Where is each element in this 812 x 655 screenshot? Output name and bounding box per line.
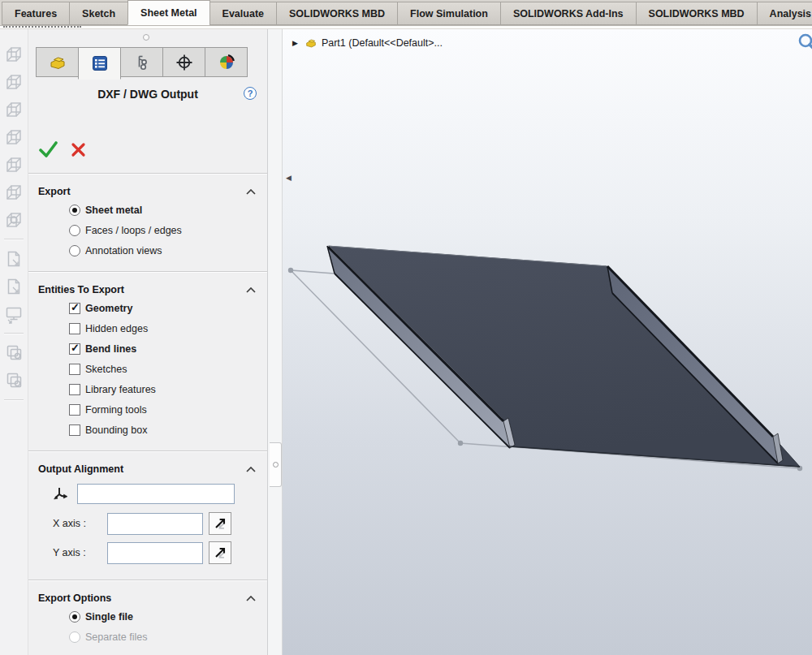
diagonal-arrows-icon [212,515,228,532]
y-axis-input[interactable] [107,542,203,564]
view-cube-icon[interactable] [2,125,26,149]
x-axis-input[interactable] [107,513,203,535]
export-options-title: Export Options [38,593,111,604]
ribbon-tab-evaluate[interactable]: Evaluate [209,2,277,25]
bounding-box-label: Bounding box [85,424,147,436]
separate-files-radio [69,631,80,643]
view-cube-icon[interactable] [2,153,26,177]
sheet-metal-radio[interactable] [69,205,80,216]
option-row: Separate files [38,627,259,647]
ribbon-tab-analysis[interactable]: Analysis P [757,2,812,25]
wireframe-vertex-dot [458,441,463,446]
entities-group-title: Entities To Export [38,284,124,295]
option-row: Annotation views [38,240,259,261]
y-axis-label: Y axis : [53,547,98,558]
collapse-chevron-icon[interactable] [246,467,256,472]
group-separator [28,173,267,175]
splitter-handle-dot [273,462,279,468]
export-monitor-icon[interactable] [2,302,26,326]
collapse-chevron-icon[interactable] [246,287,256,293]
entity-row: Sketches [38,359,259,379]
library-features-label: Library features [85,384,156,395]
ribbon-tab-flow-simulation[interactable]: Flow Simulation [397,2,501,25]
panel-title: DXF / DWG Output [97,88,198,101]
collapse-chevron-icon[interactable] [246,596,256,601]
view-cube-sphere-icon[interactable] [2,208,26,232]
expand-arrow-icon[interactable]: ▶ [292,39,298,47]
library-features-checkbox[interactable] [69,384,80,395]
tab-configurationmanager[interactable] [120,47,163,77]
reverse-x-direction-button[interactable] [209,512,231,535]
splitter-drag-handle[interactable] [270,442,282,487]
copy-settings-icon[interactable] [2,368,26,393]
hidden-edges-label: Hidden edges [85,323,148,334]
coordinate-system-input[interactable] [77,484,235,504]
bounding-box-checkbox[interactable] [69,424,80,436]
feature-tree-flyout[interactable]: ▶ Part1 (Default<<Default>... [292,37,443,50]
graphics-viewport[interactable]: ▶ Part1 (Default<<Default>... ◀ [283,29,812,655]
collapse-chevron-icon[interactable] [246,189,256,195]
wireframe-vertex-dot [288,268,293,273]
copy-settings-icon[interactable] [2,341,26,365]
geometry-checkbox[interactable] [69,303,80,314]
coordinate-system-icon [51,485,69,503]
group-separator [28,580,267,581]
base-face [327,246,800,467]
toolbar-separator [4,399,24,401]
ribbon-tab-solidworks-mbd-2[interactable]: SOLIDWORKS MBD [636,2,758,25]
faces-loops-edges-radio[interactable] [69,225,80,236]
color-ball-icon [217,53,236,72]
toolbar-separator [4,333,24,334]
x-axis-label: X axis : [53,518,98,529]
hidden-edges-checkbox[interactable] [69,323,80,334]
entity-row: Hidden edges [38,318,259,338]
reverse-y-direction-button[interactable] [209,541,231,564]
ribbon-tab-sketch[interactable]: Sketch [69,2,128,25]
view-cube-icon[interactable] [2,42,26,67]
view-cube-icon[interactable] [2,70,26,94]
tab-dimxpertmanager[interactable] [162,47,205,77]
ribbon-tab-solidworks-mbd-1[interactable]: SOLIDWORKS MBD [276,2,398,25]
entities-group: Entities To Export Geometry Hidden edges… [28,278,267,445]
single-file-label: Single file [85,611,133,623]
configurations-icon [132,53,152,72]
diagonal-arrows-icon [212,545,228,561]
sketch-page-icon[interactable] [2,247,26,271]
forming-tools-checkbox[interactable] [69,404,80,416]
ribbon-tab-features[interactable]: Features [2,2,70,25]
panel-collapse-arrow-icon[interactable]: ◀ [286,174,292,182]
bend-lines-label: Bend lines [85,343,136,355]
panel-viewport-splitter[interactable] [268,29,283,655]
forming-tools-label: Forming tools [85,404,147,416]
part-tree-label: Part1 (Default<<Default>... [322,37,443,49]
part-icon [304,37,317,50]
alignment-group-title: Output Alignment [38,463,123,475]
sheet-metal-part-model [283,29,812,655]
entity-row: Bounding box [38,420,259,440]
ribbon-tab-sheet-metal[interactable]: Sheet Metal [127,0,209,25]
separate-files-label: Separate files [85,631,147,643]
entity-row: Geometry [38,298,259,318]
property-list-icon [90,54,110,73]
search-magnifier-icon[interactable] [797,32,812,55]
bend-lines-checkbox[interactable] [69,343,80,355]
view-cube-icon[interactable] [2,180,26,205]
annotation-views-radio[interactable] [69,245,80,256]
tab-featuremanager-tree[interactable] [36,47,79,77]
toolbar-separator [4,239,24,240]
sketches-checkbox[interactable] [69,364,80,375]
edit-page-icon[interactable] [2,274,26,299]
export-options-group: Export Options Single file Separate file… [28,587,267,652]
tab-propertymanager[interactable] [78,47,121,80]
help-icon[interactable]: ? [244,87,257,100]
single-file-radio[interactable] [69,611,80,623]
ribbon-grip-dots[interactable] [3,26,81,28]
ribbon-tab-solidworks-add-ins[interactable]: SOLIDWORKS Add-Ins [500,2,637,25]
view-cube-icon[interactable] [2,97,26,122]
panel-resize-handle[interactable] [143,34,149,41]
annotation-views-label: Annotation views [85,245,162,256]
tab-displaymanager[interactable] [205,47,248,77]
cancel-button[interactable] [71,142,86,157]
option-row: Sheet metal [38,200,259,220]
ok-button[interactable] [39,141,58,157]
